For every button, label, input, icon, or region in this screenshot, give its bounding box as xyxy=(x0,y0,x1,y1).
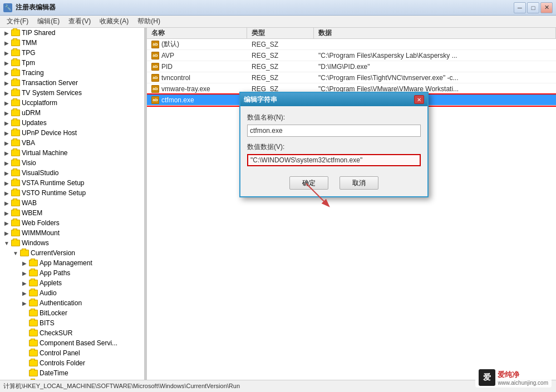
tree-item-datetime[interactable]: DateTime xyxy=(0,368,144,378)
folder-icon xyxy=(11,90,20,96)
tree-label: VSTA Runtime Setup xyxy=(22,179,85,187)
folder-icon xyxy=(29,360,38,366)
tree-label: Web Folders xyxy=(22,219,60,227)
folder-icon xyxy=(11,70,20,76)
tree-item-tmm[interactable]: ▶TMM xyxy=(0,38,144,48)
folder-icon xyxy=(20,250,29,256)
app-title: 注册表编辑器 xyxy=(16,3,510,12)
tree-item-checksur[interactable]: CheckSUR xyxy=(0,328,144,338)
watermark-url: www.aichunjing.com xyxy=(498,380,548,386)
tree-expand-icon: ▶ xyxy=(2,158,11,167)
tree-label: Transaction Server xyxy=(22,79,78,87)
tree-label: VisualStudio xyxy=(22,169,59,177)
tree-expand-icon: ▶ xyxy=(2,98,11,107)
tree-item-wab[interactable]: ▶WAB xyxy=(0,198,144,208)
tree-item-tracing[interactable]: ▶Tracing xyxy=(0,68,144,78)
tree-item-wimmount[interactable]: ▶WIMMMount xyxy=(0,228,144,238)
tree-item-applets[interactable]: ▶Applets xyxy=(0,278,144,288)
menu-view[interactable]: 查看(V) xyxy=(64,16,95,27)
folder-icon xyxy=(29,300,38,306)
tree-label: Visio xyxy=(22,159,36,167)
folder-icon xyxy=(11,190,20,196)
folder-icon xyxy=(29,340,38,346)
dialog-cancel-button[interactable]: 取消 xyxy=(339,176,378,190)
tree-expand-icon: ▶ xyxy=(2,229,11,237)
tree-item-windows[interactable]: ▼Windows xyxy=(0,238,144,248)
tree-item-app-management[interactable]: ▶App Management xyxy=(0,258,144,268)
tree-label: Uccplatform xyxy=(22,99,57,107)
tree-expand-icon: ▶ xyxy=(2,78,11,87)
folder-icon xyxy=(11,150,20,156)
tree-item-wbem[interactable]: ▶WBEM xyxy=(0,208,144,218)
value-row[interactable]: abAVPREG_SZ"C:\Program Files\Kaspersky L… xyxy=(147,50,556,61)
folder-icon xyxy=(11,100,20,106)
tree-item-visual-studio[interactable]: ▶VisualStudio xyxy=(0,168,144,178)
tree-item-tv-system-services[interactable]: ▶TV System Services xyxy=(0,88,144,98)
dialog-close-button[interactable]: ✕ xyxy=(414,95,424,104)
tree-item-vsta-runtime[interactable]: ▶VSTA Runtime Setup xyxy=(0,178,144,188)
value-type-cell: REG_SZ xyxy=(247,51,314,61)
dialog-ok-button[interactable]: 确定 xyxy=(289,176,328,190)
folder-icon xyxy=(11,130,20,136)
value-row[interactable]: ab(默认)REG_SZ xyxy=(147,39,556,50)
tree-item-app-paths[interactable]: ▶App Paths xyxy=(0,268,144,278)
tree-item-bits[interactable]: BITS xyxy=(0,318,144,328)
tree-item-udrm[interactable]: ▶uDRM xyxy=(0,108,144,118)
menu-favorites[interactable]: 收藏夹(A) xyxy=(95,16,133,27)
menu-file[interactable]: 文件(F) xyxy=(2,16,33,27)
tree-expand-icon: ▶ xyxy=(2,219,11,227)
dialog-data-input[interactable] xyxy=(247,154,421,166)
value-name-cell: ab(默认) xyxy=(147,38,247,50)
tree-item-transaction-server[interactable]: ▶Transaction Server xyxy=(0,78,144,88)
title-bar: 🔧 注册表编辑器 ─ □ ✕ xyxy=(0,0,556,16)
watermark-text-block: 爱纯净 www.aichunjing.com xyxy=(498,370,548,386)
folder-icon xyxy=(11,160,20,166)
tree-item-vba[interactable]: ▶VBA xyxy=(0,138,144,148)
tree-label: Control Panel xyxy=(40,349,80,357)
tree-item-tip-shared[interactable]: ▶TIP Shared xyxy=(0,28,144,38)
folder-icon xyxy=(11,120,20,126)
tree-item-control-panel[interactable]: Control Panel xyxy=(0,348,144,358)
tree-expand-icon: ▶ xyxy=(2,28,11,37)
dialog-name-input[interactable] xyxy=(247,125,421,137)
folder-icon xyxy=(29,320,38,326)
tree-label: VSTO Runtime Setup xyxy=(22,189,86,197)
tree-item-vsto-runtime[interactable]: ▶VSTO Runtime Setup xyxy=(0,188,144,198)
tree-item-visio[interactable]: ▶Visio xyxy=(0,158,144,168)
tree-item-web-folders[interactable]: ▶Web Folders xyxy=(0,218,144,228)
tree-expand-icon: ▶ xyxy=(2,48,11,57)
tree-item-device-installer[interactable]: Device Installer xyxy=(0,378,144,380)
menu-help[interactable]: 帮助(H) xyxy=(133,16,165,27)
tree-item-bitlocker[interactable]: BitLocker xyxy=(0,308,144,318)
value-row[interactable]: abtvncontrolREG_SZ"C:\Program Files\Tigh… xyxy=(147,72,556,83)
tree-item-audio[interactable]: ▶Audio xyxy=(0,288,144,298)
watermark-logo: 爱 xyxy=(479,369,495,386)
tree-label: TMM xyxy=(22,39,37,47)
value-name-text: vmware-tray.exe xyxy=(161,85,210,93)
tree-item-updates[interactable]: ▶Updates xyxy=(0,118,144,128)
tree-item-upnp-device-host[interactable]: ▶UPnP Device Host xyxy=(0,128,144,138)
tree-expand-icon: ▶ xyxy=(2,128,11,137)
minimize-button[interactable]: ─ xyxy=(514,2,526,13)
tree-item-tpg[interactable]: ▶TPG xyxy=(0,48,144,58)
tree-label: App Management xyxy=(40,259,92,267)
menu-edit[interactable]: 编辑(E) xyxy=(33,16,64,27)
tree-item-controls-folder[interactable]: Controls Folder xyxy=(0,358,144,368)
tree-label: BitLocker xyxy=(40,309,67,317)
value-name-text: PID xyxy=(161,63,173,71)
close-button[interactable]: ✕ xyxy=(540,2,553,13)
value-row[interactable]: abPIDREG_SZ"D:\IMG\PID.exe" xyxy=(147,61,556,72)
tree-label: uDRM xyxy=(22,109,41,117)
tree-item-tpm[interactable]: ▶Tpm xyxy=(0,58,144,68)
tree-expand-icon: ▶ xyxy=(2,88,11,97)
maximize-button[interactable]: □ xyxy=(527,2,539,13)
tree-item-uccplatform[interactable]: ▶Uccplatform xyxy=(0,98,144,108)
tree-expand-icon xyxy=(20,329,29,338)
watermark-brand: 爱纯净 xyxy=(498,370,548,380)
tree-item-current-version[interactable]: ▼CurrentVersion xyxy=(0,248,144,258)
tree-item-component-based[interactable]: Component Based Servi... xyxy=(0,338,144,348)
tree-label: Authentication xyxy=(40,299,82,307)
tree-item-authentication[interactable]: ▶Authentication xyxy=(0,298,144,308)
values-panel: 名称 类型 数据 ab(默认)REG_SZabAVPREG_SZ"C:\Prog… xyxy=(147,28,556,380)
tree-item-virtual-machine[interactable]: ▶Virtual Machine xyxy=(0,148,144,158)
